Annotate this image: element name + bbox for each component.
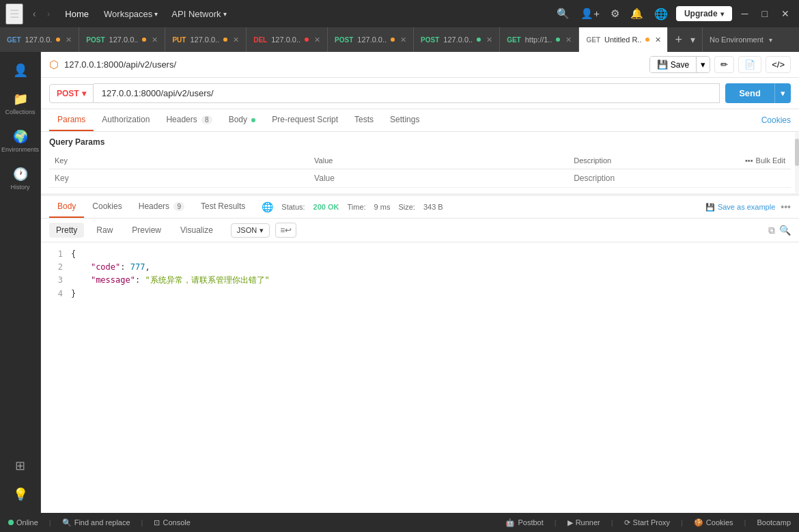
body-tab-visualize[interactable]: Visualize xyxy=(173,223,220,238)
tab-params[interactable]: Params xyxy=(49,109,94,131)
settings-icon[interactable]: ⚙ xyxy=(608,5,622,23)
cookies-link[interactable]: Cookies xyxy=(761,115,791,125)
tab-close-icon[interactable]: ✕ xyxy=(66,36,72,44)
postbot-button[interactable]: 🤖 Postbot xyxy=(505,518,543,527)
search-response-button[interactable]: 🔍 xyxy=(779,225,791,236)
tab-close-icon[interactable]: ✕ xyxy=(400,36,406,44)
value-input[interactable] xyxy=(314,173,563,183)
tab-headers[interactable]: Headers 8 xyxy=(158,109,220,131)
format-label: JSON xyxy=(237,226,257,234)
online-label: Online xyxy=(16,518,38,527)
request-tab-6[interactable]: GET http://1.. ✕ xyxy=(500,27,579,52)
nav-back[interactable]: ‹ xyxy=(29,7,40,20)
console-button[interactable]: ⊡ Console xyxy=(154,518,190,527)
save-example-button[interactable]: 💾 Save as example xyxy=(705,203,775,212)
bulk-edit[interactable]: ••• Bulk Edit xyxy=(745,156,785,165)
env-selector[interactable]: No Environment ▾ xyxy=(702,27,798,52)
time-label: Time: xyxy=(348,203,366,211)
body-tab-preview[interactable]: Preview xyxy=(125,223,168,238)
runner-button[interactable]: ▶ Runner xyxy=(567,518,600,527)
send-button-group: Send ▾ xyxy=(725,83,791,103)
resp-tab-test-results[interactable]: Test Results xyxy=(193,196,253,218)
body-tab-raw[interactable]: Raw xyxy=(89,223,120,238)
sep-2: | xyxy=(141,518,143,527)
tabbar: GET 127.0.0. ✕ POST 127.0.0.. ✕ PUT 127.… xyxy=(0,27,799,52)
tab-home[interactable]: Home xyxy=(59,9,94,19)
menu-icon[interactable]: ☰ xyxy=(5,3,23,25)
resp-tab-headers[interactable]: Headers 9 xyxy=(130,196,193,218)
url-input[interactable] xyxy=(94,83,720,103)
maximize-button[interactable]: □ xyxy=(758,7,772,20)
edit-button[interactable]: ✏ xyxy=(714,56,734,73)
tab-tests[interactable]: Tests xyxy=(346,109,382,131)
find-replace-button[interactable]: 🔍 Find and replace xyxy=(62,518,130,527)
wrap-button[interactable]: ≡↩ xyxy=(275,223,296,238)
docs-button[interactable]: 📄 xyxy=(738,56,761,73)
nav-forward[interactable]: › xyxy=(43,7,55,20)
close-button[interactable]: ✕ xyxy=(777,7,794,20)
description-input[interactable] xyxy=(574,173,785,183)
online-status[interactable]: Online xyxy=(8,518,38,527)
tab-close-icon[interactable]: ✕ xyxy=(314,36,320,44)
send-dropdown-button[interactable]: ▾ xyxy=(774,83,791,103)
tab-overflow-button[interactable]: ▾ xyxy=(688,34,698,45)
code-line-3: 3 "message": "系统异常，请联系管理你出错了" xyxy=(49,274,791,287)
request-tab-2[interactable]: PUT 127.0.0.. ✕ xyxy=(165,27,247,52)
send-button[interactable]: Send xyxy=(725,83,774,103)
start-proxy-label: Start Proxy xyxy=(633,518,670,527)
tab-dot xyxy=(56,38,60,42)
sidebar: 👤 📁 Collections 🌍 Environments 🕐 History… xyxy=(0,52,41,513)
tab-close-icon[interactable]: ✕ xyxy=(152,36,158,44)
start-proxy-button[interactable]: ⟳ Start Proxy xyxy=(624,518,670,527)
avatar-icon[interactable]: 🌐 xyxy=(651,5,671,23)
response-tabs: Body Cookies Headers 9 Test Results 🌐 St… xyxy=(41,196,799,219)
method-label: POST xyxy=(86,36,104,44)
sidebar-item-environments-label: Environments xyxy=(1,146,39,153)
tab-close-icon[interactable]: ✕ xyxy=(655,36,661,44)
sidebar-item-collections[interactable]: 📁 Collections xyxy=(0,86,40,121)
request-tab-4[interactable]: POST 127.0.0.. ✕ xyxy=(328,27,414,52)
minimize-button[interactable]: ─ xyxy=(738,7,753,20)
request-tab-3[interactable]: DEL 127.0.0.. ✕ xyxy=(247,27,328,52)
sidebar-item-lightbulb[interactable]: 💡 xyxy=(0,481,40,507)
tab-pre-request-script[interactable]: Pre-request Script xyxy=(264,109,346,131)
search-icon[interactable]: 🔍 xyxy=(554,5,572,23)
save-button[interactable]: 💾 Save xyxy=(650,57,696,72)
request-tab-1[interactable]: POST 127.0.0.. ✕ xyxy=(79,27,165,52)
resp-tab-cookies[interactable]: Cookies xyxy=(84,196,130,218)
body-tab-pretty[interactable]: Pretty xyxy=(49,223,84,238)
tab-close-icon[interactable]: ✕ xyxy=(486,36,492,44)
bootcamp-button[interactable]: Bootcamp xyxy=(757,518,791,527)
cookies-bottom-button[interactable]: 🍪 Cookies xyxy=(694,518,733,527)
scrollbar-thumb xyxy=(795,139,799,166)
tab-api-network[interactable]: API Network ▾ xyxy=(167,9,230,19)
add-person-icon[interactable]: 👤+ xyxy=(578,5,602,23)
more-button[interactable]: ••• xyxy=(781,201,791,212)
tab-close-icon[interactable]: ✕ xyxy=(565,36,572,44)
copy-button[interactable]: ⧉ xyxy=(768,225,775,236)
key-input[interactable] xyxy=(55,173,303,183)
upgrade-button[interactable]: Upgrade ▾ xyxy=(676,6,732,21)
request-tab-5[interactable]: POST 127.0.0.. ✕ xyxy=(414,27,500,52)
sidebar-item-grid[interactable]: ⊞ xyxy=(0,453,40,479)
new-tab-button[interactable]: + xyxy=(672,33,685,47)
bell-icon[interactable]: 🔔 xyxy=(628,5,646,23)
sidebar-item-profile[interactable]: 👤 xyxy=(0,57,40,83)
sidebar-item-history[interactable]: 🕐 History xyxy=(0,161,40,196)
code-button[interactable]: </> xyxy=(766,56,791,73)
tab-body[interactable]: Body xyxy=(221,109,264,131)
sidebar-item-environments[interactable]: 🌍 Environments xyxy=(0,124,40,158)
tab-settings[interactable]: Settings xyxy=(382,109,427,131)
method-select[interactable]: POST ▾ xyxy=(49,84,94,103)
query-params-title: Query Params xyxy=(49,137,791,147)
tab-close-icon[interactable]: ✕ xyxy=(233,36,239,44)
save-dropdown-button[interactable]: ▾ xyxy=(696,57,710,72)
format-select[interactable]: JSON ▾ xyxy=(231,223,270,238)
request-tab-7[interactable]: GET Untitled R.. ✕ xyxy=(579,27,668,52)
tab-authorization[interactable]: Authorization xyxy=(94,109,158,131)
request-tab-0[interactable]: GET 127.0.0. ✕ xyxy=(0,27,79,52)
request-tabs: Params Authorization Headers 8 Body Pre-… xyxy=(41,109,799,132)
tab-url: 127.0.0.. xyxy=(190,36,219,44)
resp-tab-body[interactable]: Body xyxy=(49,196,84,218)
tab-workspaces[interactable]: Workspaces ▾ xyxy=(100,9,162,19)
